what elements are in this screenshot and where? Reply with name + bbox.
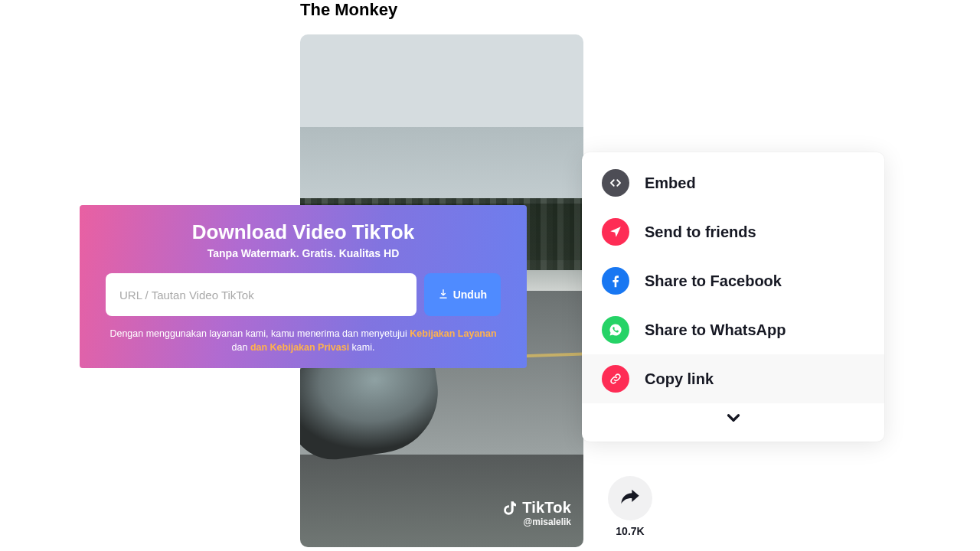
- share-item-send[interactable]: Send to friends: [582, 207, 884, 256]
- share-button[interactable]: [608, 476, 652, 520]
- share-item-label: Copy link: [645, 370, 714, 388]
- terms-link-privacy[interactable]: dan Kebijakan Privasi: [250, 342, 349, 353]
- download-button[interactable]: Unduh: [424, 273, 501, 316]
- download-icon: [438, 289, 449, 302]
- share-item-label: Send to friends: [645, 223, 756, 241]
- share-item-label: Share to WhatsApp: [645, 321, 786, 339]
- share-item-label: Share to Facebook: [645, 272, 782, 290]
- embed-icon: [602, 169, 629, 197]
- downloader-title: Download Video TikTok: [106, 220, 501, 244]
- tiktok-logo-icon: [502, 500, 518, 517]
- download-button-label: Unduh: [453, 289, 487, 301]
- tiktok-brand-text: TikTok: [522, 499, 571, 517]
- share-item-facebook[interactable]: Share to Facebook: [582, 256, 884, 305]
- facebook-icon: [602, 267, 629, 295]
- share-item-embed[interactable]: Embed: [582, 158, 884, 207]
- share-count: 10.7K: [608, 525, 652, 537]
- share-arrow-icon: [619, 486, 641, 510]
- chevron-down-icon: [724, 417, 743, 430]
- link-icon: [602, 365, 629, 393]
- share-menu: Embed Send to friends Share to Facebook …: [582, 152, 884, 442]
- send-icon: [602, 218, 629, 246]
- url-input[interactable]: [106, 273, 416, 316]
- share-item-copy-link[interactable]: Copy link: [582, 354, 884, 403]
- page-title: The Monkey: [300, 0, 397, 20]
- whatsapp-icon: [602, 316, 629, 344]
- downloader-subtitle: Tanpa Watermark. Gratis. Kualitas HD: [106, 247, 501, 259]
- tiktok-watermark: TikTok @misalelik: [502, 499, 571, 527]
- downloader-terms: Dengan menggunakan layanan kami, kamu me…: [106, 327, 501, 354]
- share-item-label: Embed: [645, 174, 696, 192]
- share-expand-button[interactable]: [582, 403, 884, 439]
- video-author-handle: @misalelik: [502, 517, 571, 527]
- share-item-whatsapp[interactable]: Share to WhatsApp: [582, 305, 884, 354]
- downloader-card: Download Video TikTok Tanpa Watermark. G…: [80, 205, 527, 368]
- terms-link-service[interactable]: Kebijakan Layanan: [410, 328, 496, 339]
